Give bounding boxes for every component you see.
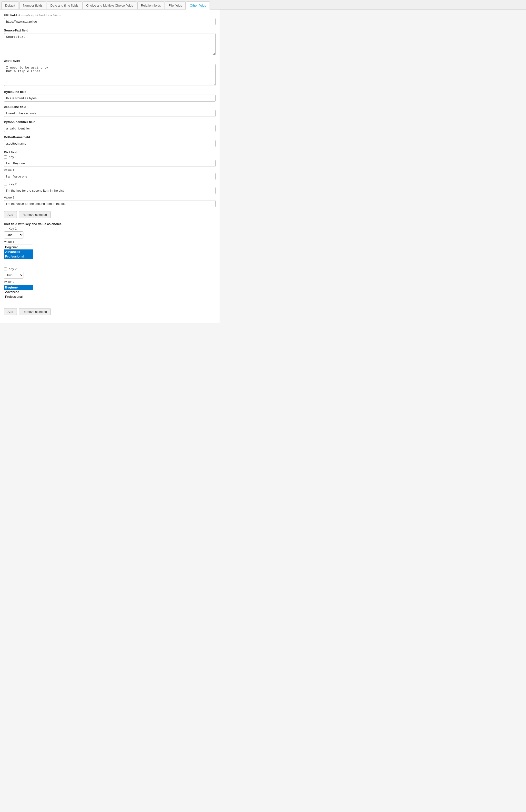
ascii-field-label: ASCII field <box>4 59 216 63</box>
tab-number-fields[interactable]: Number fields <box>19 1 46 9</box>
ascii-field-input[interactable]: I need to be asci only But multiple Line… <box>4 64 216 86</box>
dict-remove-button[interactable]: Remove selected <box>19 211 51 218</box>
dict-value1-label: Value 1 <box>4 168 216 172</box>
dict-choice-entry-1: Key 1 One Two Three Value 1 Beginner Adv… <box>4 227 216 264</box>
tab-bar: Default Number fields Date and time fiel… <box>0 0 526 10</box>
dict-choice-remove-button[interactable]: Remove selected <box>19 308 51 315</box>
uri-field-group: URI fieldA simple input field for a URLs <box>4 13 216 25</box>
dict-key1-checkbox[interactable] <box>4 155 7 159</box>
tab-default[interactable]: Default <box>1 1 19 9</box>
dict-button-row: Add Remove selected <box>4 210 216 218</box>
dict-choice-key1-checkbox[interactable] <box>4 227 7 230</box>
dict-field-label: Dict field <box>4 150 216 154</box>
dict-choice-key1-select[interactable]: One Two Three <box>4 231 24 238</box>
dict-value2-label: Value 2 <box>4 195 216 199</box>
dict-choice-key2-label: Key 2 <box>9 267 17 271</box>
dict-choice-key1-row: Key 1 <box>4 227 216 230</box>
asciiline-field-input[interactable] <box>4 110 216 117</box>
dict-choice-add-button[interactable]: Add <box>4 308 17 315</box>
tab-choice-fields[interactable]: Choice and Multiple Choice fields <box>83 1 137 9</box>
dottedname-field-input[interactable] <box>4 140 216 147</box>
dict-key1-input[interactable] <box>4 160 216 167</box>
ascii-field-group: ASCII field I need to be asci only But m… <box>4 59 216 87</box>
pythonidentifier-field-group: PythonIdentifier field <box>4 120 216 132</box>
dict-choice-value1-label: Value 1 <box>4 240 216 244</box>
dict-choice-field-label: Dict field with key and value as choice <box>4 222 216 226</box>
bytesline-field-group: BytesLine field <box>4 90 216 102</box>
bytesline-field-label: BytesLine field <box>4 90 216 93</box>
pythonidentifier-field-input[interactable] <box>4 125 216 132</box>
sourcetext-field-group: SourceText field SourceText <box>4 29 216 56</box>
dict-choice-value1-multiselect[interactable]: Beginner Advanced Professional <box>4 245 33 264</box>
dict-add-button[interactable]: Add <box>4 211 17 218</box>
tab-file-fields[interactable]: File fields <box>165 1 186 9</box>
dict-field-group: Dict field Key 1 Value 1 Key 2 Value 2 A… <box>4 150 216 218</box>
dict-choice-value2-multiselect[interactable]: Beginner Advanced Professional <box>4 285 33 304</box>
asciiline-field-group: ASCIILine field <box>4 105 216 117</box>
sourcetext-field-input[interactable]: SourceText <box>4 33 216 55</box>
dict-entry-2: Key 2 Value 2 <box>4 183 216 207</box>
dict-key2-label: Key 2 <box>9 183 17 186</box>
main-content: URI fieldA simple input field for a URLs… <box>0 10 219 323</box>
dict-choice-value2-label: Value 2 <box>4 280 216 284</box>
dottedname-field-label: DottedName field <box>4 135 216 139</box>
sourcetext-field-label: SourceText field <box>4 29 216 32</box>
dict-choice-field-group: Dict field with key and value as choice … <box>4 222 216 315</box>
tab-other-fields[interactable]: Other fields <box>186 1 210 10</box>
dict-key2-checkbox[interactable] <box>4 183 7 186</box>
dict-value1-input[interactable] <box>4 173 216 180</box>
dict-key2-row: Key 2 <box>4 183 216 186</box>
dict-choice-button-row: Add Remove selected <box>4 307 216 315</box>
dict-key2-input[interactable] <box>4 187 216 194</box>
asciiline-field-label: ASCIILine field <box>4 105 216 109</box>
tab-date-time-fields[interactable]: Date and time fields <box>47 1 82 9</box>
tab-relation-fields[interactable]: Relation fields <box>137 1 165 9</box>
uri-field-label: URI fieldA simple input field for a URLs <box>4 13 216 17</box>
dict-entry-1: Key 1 Value 1 <box>4 155 216 180</box>
uri-field-input[interactable] <box>4 18 216 25</box>
dict-choice-key2-select[interactable]: One Two Three <box>4 272 24 279</box>
dict-key1-row: Key 1 <box>4 155 216 159</box>
dottedname-field-group: DottedName field <box>4 135 216 147</box>
dict-choice-entry-2: Key 2 One Two Three Value 2 Beginner Adv… <box>4 267 216 304</box>
pythonidentifier-field-label: PythonIdentifier field <box>4 120 216 124</box>
bytesline-field-input[interactable] <box>4 95 216 102</box>
dict-choice-key1-label: Key 1 <box>9 227 17 230</box>
dict-key1-label: Key 1 <box>9 155 17 159</box>
dict-choice-key2-row: Key 2 <box>4 267 216 271</box>
dict-choice-key2-checkbox[interactable] <box>4 267 7 271</box>
dict-value2-input[interactable] <box>4 200 216 207</box>
